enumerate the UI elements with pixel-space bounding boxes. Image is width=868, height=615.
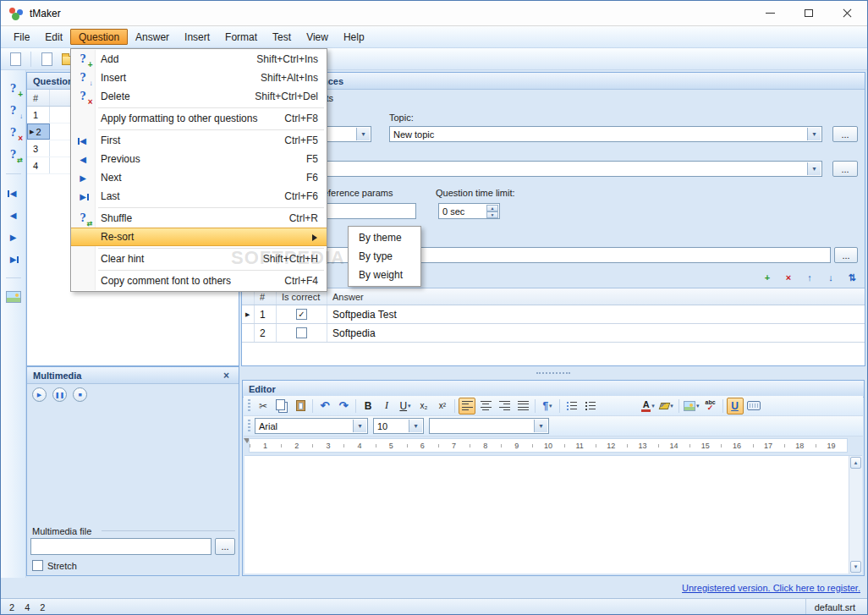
- paste-button[interactable]: [292, 398, 309, 415]
- new-file-button[interactable]: [38, 51, 55, 68]
- answer-row[interactable]: ▶ 1 ✓ Softpedia Test: [242, 305, 865, 324]
- hint-input[interactable]: [247, 247, 831, 263]
- chevron-down-icon[interactable]: ▾: [353, 420, 366, 432]
- bold-button[interactable]: B: [360, 398, 376, 415]
- move-answer-up-button[interactable]: ↑: [802, 270, 817, 285]
- multimedia-file-input[interactable]: [30, 538, 212, 555]
- stop-button[interactable]: ■: [73, 387, 87, 402]
- shuffle-questions-button[interactable]: [5, 146, 22, 163]
- stretch-checkbox[interactable]: [32, 560, 43, 571]
- font-size-combo[interactable]: 10 ▾: [373, 418, 424, 434]
- multimedia-panel-button[interactable]: [5, 288, 22, 305]
- menu-item-next[interactable]: Next F6: [71, 168, 327, 187]
- menu-item-resort[interactable]: Re-sort: [71, 228, 327, 246]
- chevron-down-icon[interactable]: ▾: [651, 403, 655, 409]
- delete-answer-button[interactable]: ×: [781, 270, 796, 285]
- chevron-down-icon[interactable]: ▾: [534, 420, 547, 432]
- highlight-button[interactable]: ▾: [658, 398, 675, 415]
- close-button[interactable]: [828, 1, 867, 25]
- spin-up-icon[interactable]: ▲: [486, 205, 498, 211]
- submenu-item-by-theme[interactable]: By theme: [349, 228, 420, 247]
- menu-question[interactable]: Question: [70, 29, 128, 45]
- answer-text[interactable]: Softpedia Test: [327, 305, 865, 323]
- menu-edit[interactable]: Edit: [37, 26, 70, 47]
- superscript-button[interactable]: x²: [434, 398, 451, 415]
- menu-test[interactable]: Test: [265, 26, 299, 47]
- chevron-down-icon[interactable]: ▾: [696, 403, 700, 409]
- menu-format[interactable]: Format: [217, 26, 265, 47]
- spell-check-button[interactable]: [702, 398, 719, 415]
- move-answer-down-button[interactable]: ↓: [823, 270, 838, 285]
- add-answer-button[interactable]: +: [760, 270, 775, 285]
- topic-browse-button[interactable]: ...: [832, 126, 858, 142]
- minimize-button[interactable]: [750, 1, 789, 25]
- cut-button[interactable]: ✂: [255, 398, 272, 415]
- menu-item-apply-formatting[interactable]: Apply formatting to other questions Ctrl…: [71, 109, 327, 128]
- toolbar-grip[interactable]: [248, 399, 250, 413]
- underline-toggle-button[interactable]: U: [727, 398, 744, 415]
- scroll-down-icon[interactable]: ▼: [850, 561, 861, 573]
- time-limit-spinner[interactable]: 0 sec ▲▼: [438, 203, 500, 219]
- next-question-button[interactable]: [5, 228, 22, 245]
- menu-item-delete[interactable]: Delete Shift+Ctrl+Del: [71, 87, 327, 106]
- menu-insert[interactable]: Insert: [177, 26, 217, 47]
- is-correct-checkbox[interactable]: ✓: [296, 309, 307, 320]
- maximize-button[interactable]: [789, 1, 828, 25]
- chevron-down-icon[interactable]: ▾: [670, 403, 673, 409]
- hint-browse-button[interactable]: ...: [834, 247, 858, 263]
- last-question-button[interactable]: [5, 250, 22, 267]
- editor-scrollbar[interactable]: ▲ ▼: [849, 456, 862, 574]
- menu-item-copy-comment-font[interactable]: Copy comment font to others Ctrl+F4: [71, 272, 327, 290]
- chevron-down-icon[interactable]: ▾: [408, 403, 411, 409]
- theme-browse-button[interactable]: ...: [832, 161, 858, 177]
- chevron-down-icon[interactable]: ▾: [807, 162, 821, 175]
- menu-item-insert[interactable]: Insert Shift+Alt+Ins: [71, 69, 327, 87]
- redo-button[interactable]: ↷: [335, 398, 352, 415]
- menu-item-add[interactable]: Add Shift+Ctrl+Ins: [71, 50, 327, 69]
- new-test-button[interactable]: [7, 51, 24, 68]
- italic-button[interactable]: I: [378, 398, 395, 415]
- chevron-down-icon[interactable]: ▾: [549, 403, 552, 409]
- menu-item-shuffle[interactable]: Shuffle Ctrl+R: [71, 209, 327, 228]
- chevron-down-icon[interactable]: ▾: [409, 420, 422, 432]
- subscript-button[interactable]: x₂: [415, 398, 432, 415]
- numbered-list-button[interactable]: [582, 398, 599, 415]
- insert-image-button[interactable]: ▾: [683, 398, 700, 415]
- paragraph-marks-button[interactable]: ¶▾: [539, 398, 556, 415]
- submenu-item-by-weight[interactable]: By weight: [349, 266, 420, 284]
- submenu-item-by-type[interactable]: By type: [349, 247, 420, 266]
- scroll-up-icon[interactable]: ▲: [850, 457, 861, 469]
- add-question-button[interactable]: [5, 80, 22, 97]
- align-right-button[interactable]: [496, 398, 513, 415]
- chevron-down-icon[interactable]: ▾: [807, 128, 821, 140]
- menu-file[interactable]: File: [6, 26, 37, 47]
- menu-item-first[interactable]: First Ctrl+F5: [71, 131, 327, 150]
- font-style-combo[interactable]: ▾: [429, 418, 549, 434]
- multimedia-browse-button[interactable]: ...: [215, 538, 235, 555]
- insert-question-button[interactable]: [5, 102, 22, 119]
- menu-item-clear-hint[interactable]: Clear hint Shift+Ctrl+H: [71, 250, 327, 268]
- menu-help[interactable]: Help: [336, 26, 372, 47]
- virtual-keyboard-button[interactable]: [745, 398, 762, 415]
- close-panel-icon[interactable]: ×: [220, 370, 233, 382]
- menu-answer[interactable]: Answer: [128, 26, 177, 47]
- previous-question-button[interactable]: [5, 206, 22, 223]
- answer-text[interactable]: Softpedia: [327, 324, 865, 342]
- pause-button[interactable]: ❚❚: [52, 387, 67, 402]
- copy-button[interactable]: [273, 398, 290, 415]
- undo-button[interactable]: ↶: [316, 398, 333, 415]
- bullet-list-button[interactable]: [563, 398, 580, 415]
- underline-button[interactable]: U▾: [397, 398, 414, 415]
- theme-combo[interactable]: ▾: [247, 161, 822, 177]
- align-center-button[interactable]: [477, 398, 494, 415]
- spin-down-icon[interactable]: ▼: [486, 211, 498, 218]
- answer-row[interactable]: 2 Softpedia: [242, 324, 865, 343]
- play-button[interactable]: ▶: [32, 387, 47, 402]
- register-link[interactable]: Unregistered version. Click here to regi…: [682, 583, 860, 593]
- sort-answers-button[interactable]: ⇅: [844, 270, 860, 285]
- align-left-button[interactable]: [459, 398, 475, 415]
- menu-view[interactable]: View: [299, 26, 336, 47]
- font-family-combo[interactable]: Arial ▾: [255, 418, 368, 434]
- is-correct-checkbox[interactable]: [296, 327, 307, 338]
- menu-item-previous[interactable]: Previous F5: [71, 150, 327, 168]
